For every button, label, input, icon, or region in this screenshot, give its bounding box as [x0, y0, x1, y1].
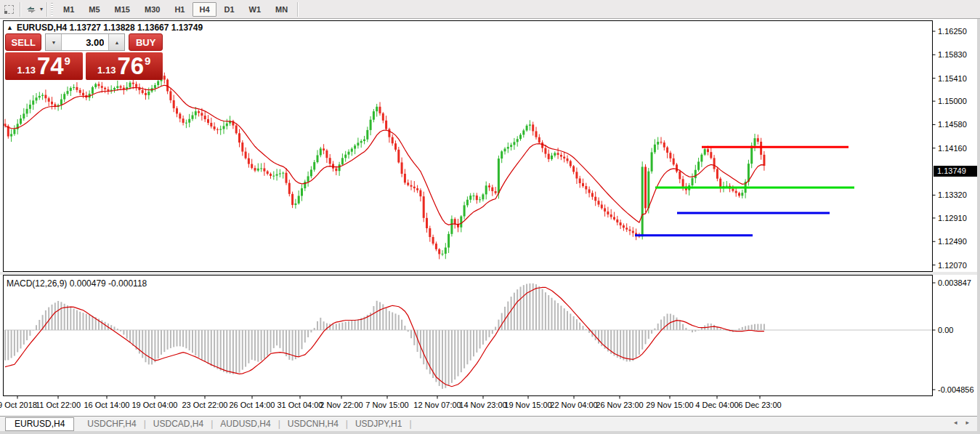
time-axis-label: 6 Dec 23:00	[738, 401, 781, 409]
chart-window-icon[interactable]	[2, 4, 15, 15]
one-click-trade-panel: SELL ▼ ▲ BUY 1.13 74 9 1.13 76 9	[5, 33, 163, 80]
timeframe-button-w1[interactable]: W1	[243, 2, 268, 17]
timeframe-button-m30[interactable]: M30	[138, 2, 166, 17]
timeframe-button-h4[interactable]: H4	[193, 2, 216, 17]
bid-price-big: 74	[37, 53, 64, 79]
macd-axis-label: 0.003847	[938, 278, 971, 287]
symbol-tab-bar: EURUSD,H4USDCHF,H4|USDCAD,H4|AUDUSD,H4|U…	[0, 416, 977, 431]
toolbar: ▾ M1M5M15M30H1H4D1W1MN	[0, 0, 980, 19]
time-axis-label: 19 Oct 04:00	[132, 401, 178, 409]
dropdown-caret-icon[interactable]: ▾	[40, 6, 43, 12]
time-axis-label: 7 Nov 15:00	[365, 401, 408, 409]
toolbar-separator	[46, 2, 47, 17]
symbol-marker-icon: ▲	[7, 24, 13, 31]
time-axis-label: 2 Nov 22:00	[320, 401, 363, 409]
time-axis-label: 26 Oct 14:00	[230, 401, 275, 409]
volume-input[interactable]	[62, 34, 108, 50]
symbol-ohlc-header: ▲EURUSD,H4 1.13727 1.13828 1.13667 1.137…	[7, 23, 203, 33]
timeframe-toolbar: M1M5M15M30H1H4D1W1MN	[56, 2, 295, 17]
price-axis-label: 1.15000	[938, 97, 967, 105]
price-axis-label: 1.15410	[938, 74, 967, 83]
ask-price-prefix: 1.13	[97, 65, 116, 76]
macd-axis-label: 0.00	[938, 326, 953, 334]
tab-AUDUSD,H4[interactable]: AUDUSD,H4	[213, 419, 278, 429]
timeframe-button-m5[interactable]: M5	[82, 2, 106, 17]
ask-price-big: 76	[117, 53, 144, 79]
macd-axis-label: -0.004856	[938, 385, 974, 394]
volume-decrease-button[interactable]: ▼	[46, 34, 62, 50]
price-axis-label: 1.12910	[938, 214, 967, 222]
price-axis-label: 1.12070	[938, 261, 967, 270]
timeframe-button-d1[interactable]: D1	[218, 2, 241, 17]
toolbar-grip[interactable]	[51, 3, 53, 16]
sell-button[interactable]: SELL	[5, 33, 41, 51]
bid-price-prefix: 1.13	[17, 65, 36, 76]
macd-indicator-label: MACD(12,26,9) 0.000479 -0.000118	[7, 278, 147, 289]
tab-scroll-right-icon[interactable]: ▸	[966, 419, 979, 426]
ask-price-tile[interactable]: 1.13 76 9	[86, 52, 163, 80]
time-axis-label: 12 Nov 07:00	[413, 401, 461, 409]
buy-button[interactable]: BUY	[129, 33, 163, 51]
tab-separator: |	[409, 419, 411, 429]
time-axis-label: 16 Oct 14:00	[84, 401, 130, 409]
tile-windows-icon[interactable]	[25, 4, 38, 15]
price-axis-label: 1.14580	[938, 120, 967, 129]
time-axis-label: 4 Dec 04:00	[695, 401, 738, 409]
price-axis-label: 1.16250	[938, 27, 967, 36]
window-bottom-edge	[0, 431, 980, 434]
tab-scroll-left-icon[interactable]: ◂	[954, 419, 966, 426]
toolbar-separator	[297, 2, 298, 17]
tab-USDCAD,H4[interactable]: USDCAD,H4	[146, 419, 211, 429]
timeframe-button-m15[interactable]: M15	[108, 2, 137, 17]
time-axis-label: 23 Oct 22:00	[182, 401, 228, 409]
tab-USDCHF,H4[interactable]: USDCHF,H4	[80, 419, 143, 429]
toolbar-separator	[20, 2, 20, 17]
time-axis-label: 22 Nov 04:00	[550, 401, 597, 409]
price-axis-label: 1.12490	[938, 237, 967, 246]
time-axis-label: 29 Nov 15:00	[646, 401, 693, 409]
time-axis-label: 19 Nov 15:00	[504, 401, 551, 409]
current-price-badge: 1.13749	[934, 166, 979, 177]
volume-stepper: ▼ ▲	[45, 33, 125, 51]
mt4-window: ▾ M1M5M15M30H1H4D1W1MN ▲EURUSD,H4 1.1372…	[0, 0, 980, 434]
tab-EURUSD,H4[interactable]: EURUSD,H4	[5, 417, 74, 431]
ask-price-sup: 9	[145, 55, 150, 67]
bid-price-tile[interactable]: 1.13 74 9	[5, 52, 83, 80]
time-axis-label: 9 Oct 2018	[0, 401, 37, 409]
price-axis-label: 1.13320	[938, 190, 967, 199]
timeframe-button-h1[interactable]: H1	[168, 2, 191, 17]
symbol-ohlc-text: EURUSD,H4 1.13727 1.13828 1.13667 1.1374…	[17, 23, 203, 33]
time-axis-label: 31 Oct 04:00	[278, 401, 323, 409]
timeframe-button-m1[interactable]: M1	[57, 2, 81, 17]
volume-increase-button[interactable]: ▲	[108, 34, 124, 50]
time-axis-label: 11 Oct 22:00	[36, 401, 81, 409]
price-axis-label: 1.15830	[938, 50, 967, 59]
window-right-edge	[977, 19, 980, 434]
time-axis-label: 26 Nov 23:00	[596, 401, 643, 409]
price-axis-label: 1.14160	[938, 144, 967, 153]
tab-USDJPY,H1[interactable]: USDJPY,H1	[348, 419, 409, 429]
tab-scroll-arrows: ◂▸	[954, 419, 978, 426]
time-axis-label: 14 Nov 23:00	[459, 401, 506, 409]
timeframe-button-mn[interactable]: MN	[269, 2, 294, 17]
bid-price-sup: 9	[65, 55, 70, 67]
tab-USDCNH,H4[interactable]: USDCNH,H4	[280, 419, 346, 429]
